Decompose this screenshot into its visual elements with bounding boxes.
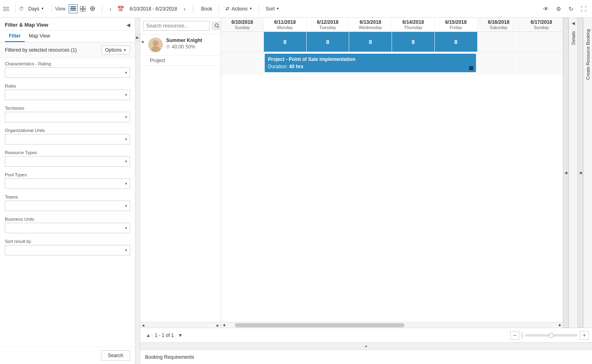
cal-scroll-thumb — [235, 323, 404, 327]
cal-header-3: 6/13/2018 Wednesday — [349, 18, 392, 31]
resource-expand-arrow[interactable]: ◀ — [141, 40, 143, 44]
zoom-slider[interactable] — [525, 334, 577, 337]
filter-select-6[interactable] — [5, 201, 130, 211]
create-booking-label[interactable]: Create Resource Booking — [586, 25, 590, 84]
svg-rect-0 — [70, 6, 76, 7]
grid-view-icon[interactable] — [78, 4, 87, 13]
eye-icon[interactable]: 👁 — [541, 4, 551, 14]
zoom-thumb — [549, 333, 554, 338]
bottom-scroll-bar[interactable]: ▲ — [140, 342, 592, 349]
details-collapse-button[interactable]: ◀ — [570, 19, 577, 27]
hours-icon: ⏱ — [166, 45, 170, 49]
create-booking-panel: Create Resource Booking — [583, 18, 592, 328]
resource-panel: ◀ Summer Knigh — [140, 18, 221, 328]
filter-select-8[interactable] — [5, 245, 130, 255]
date-range: 6/10/2018 - 6/23/2018 — [127, 5, 179, 13]
zoom-minus-button[interactable]: – — [510, 331, 519, 340]
refresh-icon[interactable]: ↻ — [566, 4, 576, 14]
zoom-divider — [522, 332, 522, 339]
cal-event-title: Project - Point of Sale implementation — [268, 56, 472, 63]
resource-row: ◀ Summer Knigh — [140, 34, 221, 56]
bottom-scroll-up[interactable]: ▲ — [363, 343, 369, 349]
filter-panel: Filter & Map View ◀ Filter Map View Filt… — [0, 18, 135, 364]
filter-label-3: Organizational Units — [5, 128, 130, 133]
filter-select-7[interactable] — [5, 223, 130, 233]
svg-rect-1 — [70, 8, 76, 9]
actions-button[interactable]: ⇄ Actions ▼ — [222, 4, 255, 13]
booking-requirements-label: Booking Requirements — [145, 354, 194, 360]
view-icons — [69, 4, 97, 13]
page-down-button[interactable]: ▼ — [175, 332, 185, 339]
filter-field-7: Business Units — [5, 217, 130, 233]
filter-select-4[interactable] — [5, 156, 130, 167]
svg-rect-5 — [80, 9, 82, 12]
filter-field-3: Organizational Units — [5, 128, 130, 144]
cal-event-duration-line: Duration: 40 hrs — [268, 63, 472, 70]
svg-point-15 — [153, 40, 158, 46]
details-panel: ◀ Details — [569, 18, 577, 328]
filter-label-5: Pool Types — [5, 172, 130, 177]
cal-cell-tue1: 8 — [307, 32, 350, 52]
list-view-icon[interactable] — [69, 4, 78, 13]
page-up-button[interactable]: ▲ — [143, 332, 153, 339]
filter-tab-filter[interactable]: Filter — [5, 31, 25, 42]
right-side-panels: ◀ ◀ Details ◀ Create Resource Booking — [563, 18, 592, 328]
cal-header-7: 6/17/2018 Sunday — [520, 18, 563, 31]
filter-label-1: Roles — [5, 84, 130, 88]
filter-field-5: Pool Types — [5, 172, 130, 189]
hscroll-right[interactable]: ▶ — [215, 322, 221, 328]
resource-info: Summer Knight ⏱ 40:00 50% — [166, 38, 217, 50]
cal-header-1: 6/11/2018 Monday — [264, 18, 307, 31]
filter-fields: Characteristics - Rating Roles Territori… — [0, 58, 135, 347]
filter-field-4: Resource Types — [5, 150, 130, 167]
cal-cell-mon1: 8 — [264, 32, 307, 52]
cal-hscroll[interactable]: ◀ ▶ — [221, 322, 563, 328]
next-date-button[interactable]: › — [181, 4, 188, 14]
cal-cell-sat1 — [478, 32, 520, 52]
days-button[interactable]: Days ▼ — [25, 4, 47, 13]
cal-scroll-right[interactable]: ▶ — [557, 322, 563, 328]
resource-search-input[interactable] — [143, 21, 210, 31]
calendar-icon: 📅 — [117, 6, 124, 12]
filter-field-2: Territories — [5, 106, 130, 122]
cal-event-row: Project - Point of Sale implementation D… — [221, 52, 563, 74]
map-view-icon[interactable] — [88, 4, 97, 13]
resource-hscroll[interactable]: ◀ ▶ — [140, 322, 221, 328]
filter-tab-mapview[interactable]: Map View — [25, 31, 54, 42]
cal-event-block[interactable]: Project - Point of Sale implementation D… — [265, 54, 476, 72]
filter-select-3[interactable] — [5, 134, 130, 144]
filter-label-2: Territories — [5, 106, 130, 111]
filter-collapse-button[interactable]: ◀ — [126, 22, 130, 28]
details-label[interactable]: Details — [571, 27, 576, 49]
panel-collapse-arrow[interactable]: ▶ — [135, 34, 140, 41]
search-button[interactable]: Search — [101, 350, 130, 361]
booking-requirements-bar: Booking Requirements — [140, 349, 592, 364]
options-button[interactable]: Options ▼ — [101, 46, 130, 54]
fullscreen-icon[interactable]: ⛶ — [578, 4, 589, 14]
filter-select-0[interactable] — [5, 67, 130, 78]
sort-button[interactable]: Sort ▼ — [262, 4, 282, 13]
details-nav-left[interactable]: ◀ — [563, 18, 569, 328]
filter-select-1[interactable] — [5, 90, 130, 100]
hscroll-left[interactable]: ◀ — [140, 322, 146, 328]
filter-label-0: Characteristics - Rating — [5, 61, 130, 66]
settings-icon[interactable]: ⚙ — [554, 4, 564, 14]
filter-select-2[interactable] — [5, 112, 130, 122]
filter-field-8: Sort result by — [5, 239, 130, 255]
cal-scroll-left[interactable]: ◀ — [221, 322, 227, 328]
svg-rect-3 — [80, 6, 82, 8]
svg-line-11 — [218, 27, 219, 28]
calendar-header: 6/10/2018 Sunday 6/11/2018 Monday 6/12/2… — [221, 18, 563, 32]
resource-sub-item: Project — [140, 56, 221, 66]
resource-search-area — [140, 18, 221, 34]
book-button[interactable]: Book — [198, 4, 215, 13]
resource-meta: ⏱ 40:00 50% — [166, 44, 217, 50]
filter-select-5[interactable] — [5, 178, 130, 189]
create-booking-nav[interactable]: ◀ — [577, 18, 583, 328]
cal-cell-sun1 — [221, 32, 264, 52]
filter-footer: Search — [0, 347, 135, 364]
zoom-plus-button[interactable]: + — [580, 331, 589, 340]
resource-search-button[interactable] — [212, 22, 222, 30]
resource-name: Summer Knight — [166, 38, 217, 43]
prev-date-button[interactable]: ‹ — [107, 4, 114, 14]
